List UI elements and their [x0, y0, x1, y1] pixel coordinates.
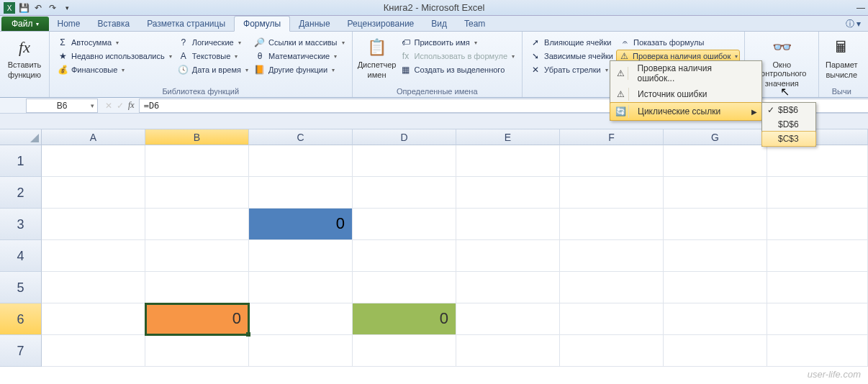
cell-H5[interactable]	[767, 272, 868, 303]
cell-C4[interactable]	[249, 240, 353, 272]
cell-F1[interactable]	[560, 145, 664, 177]
show-formulas-button[interactable]: 𝄐Показать формулы	[616, 36, 740, 49]
remove-arrows-button[interactable]: ✕Убрать стрелки▾	[527, 63, 616, 76]
excel-app-icon[interactable]: X	[3, 1, 16, 14]
tab-team[interactable]: Team	[456, 17, 494, 31]
minimize-icon[interactable]: —	[856, 3, 865, 13]
logical-button[interactable]: ?Логические▾	[175, 36, 251, 49]
tab-view[interactable]: Вид	[422, 17, 456, 31]
cell-G3[interactable]	[664, 209, 767, 240]
col-header-A[interactable]: A	[42, 129, 145, 145]
tab-page-layout[interactable]: Разметка страницы	[138, 17, 234, 31]
cell-D5[interactable]	[353, 272, 456, 303]
name-manager-button[interactable]: 📋 Диспетчер имен	[357, 33, 397, 86]
cell-C5[interactable]	[249, 272, 353, 303]
help-icon[interactable]: ⓘ ▾	[846, 18, 861, 30]
row-header-3[interactable]: 3	[0, 209, 42, 240]
qat-customize-icon[interactable]: ▾	[60, 1, 73, 14]
cell-H6[interactable]	[767, 303, 868, 335]
worksheet-grid[interactable]: A B C D E F G 1230456007	[0, 129, 868, 367]
text-button[interactable]: AТекстовые▾	[175, 50, 251, 63]
cell-G1[interactable]	[664, 145, 767, 177]
enter-icon[interactable]: ✓	[117, 101, 124, 111]
cell-H4[interactable]	[767, 240, 868, 272]
cell-F4[interactable]	[560, 240, 664, 272]
col-header-F[interactable]: F	[560, 129, 664, 145]
calculation-options-button[interactable]: 🖩 Парамет вычисле	[823, 33, 859, 86]
tab-insert[interactable]: Вставка	[89, 17, 139, 31]
tab-formulas[interactable]: Формулы	[234, 16, 290, 32]
trace-dependents-button[interactable]: ➘Зависимые ячейки	[527, 50, 616, 63]
circular-ref-item-0[interactable]: ✓ $B$6	[762, 103, 815, 117]
cell-G5[interactable]	[664, 272, 767, 303]
more-functions-button[interactable]: 📙Другие функции▾	[251, 63, 348, 76]
datetime-button[interactable]: 🕓Дата и время▾	[175, 63, 251, 76]
cell-B7[interactable]	[145, 335, 249, 367]
cell-H7[interactable]	[767, 335, 868, 367]
cell-G6[interactable]	[664, 303, 767, 335]
row-header-4[interactable]: 4	[0, 240, 42, 272]
cell-D6[interactable]: 0	[353, 303, 456, 335]
cell-F3[interactable]	[560, 209, 664, 240]
cell-A5[interactable]	[42, 272, 145, 303]
menu-item-error-check[interactable]: ⚠ Проверка наличия ошибок...	[610, 61, 761, 86]
cell-H1[interactable]	[767, 145, 868, 177]
cell-G2[interactable]	[664, 177, 767, 209]
file-tab[interactable]: Файл▾	[1, 17, 49, 31]
cell-E3[interactable]	[456, 209, 560, 240]
cell-F7[interactable]	[560, 335, 664, 367]
circular-ref-item-1[interactable]: $D$6	[762, 117, 815, 132]
autosum-button[interactable]: ΣАвтосумма▾	[54, 36, 175, 49]
cell-A1[interactable]	[42, 145, 145, 177]
cell-B5[interactable]	[145, 272, 249, 303]
cell-H3[interactable]	[767, 209, 868, 240]
cell-C2[interactable]	[249, 177, 353, 209]
math-button[interactable]: θМатематические▾	[251, 50, 348, 63]
undo-icon[interactable]: ↶	[32, 1, 45, 14]
cell-G4[interactable]	[664, 240, 767, 272]
insert-function-button[interactable]: fx Вставить функцию	[4, 33, 45, 86]
cell-A6[interactable]	[42, 303, 145, 335]
cell-D2[interactable]	[353, 177, 456, 209]
row-header-1[interactable]: 1	[0, 145, 42, 177]
col-header-D[interactable]: D	[353, 129, 456, 145]
cell-D7[interactable]	[353, 335, 456, 367]
cell-E6[interactable]	[456, 303, 560, 335]
col-header-B[interactable]: B	[145, 129, 249, 145]
menu-item-circular-refs[interactable]: 🔄 Циклические ссылки ▶ ✓ $B$6 $D$6 $C$3	[610, 102, 762, 121]
row-header-2[interactable]: 2	[0, 177, 42, 209]
cell-E1[interactable]	[456, 145, 560, 177]
cell-B4[interactable]	[145, 240, 249, 272]
cell-C7[interactable]	[249, 335, 353, 367]
cell-B6[interactable]: 0	[145, 303, 249, 335]
cell-D3[interactable]	[353, 209, 456, 240]
cell-A3[interactable]	[42, 209, 145, 240]
cell-D1[interactable]	[353, 145, 456, 177]
col-header-C[interactable]: C	[249, 129, 353, 145]
recently-used-button[interactable]: ★Недавно использовались▾	[54, 50, 175, 63]
cell-G7[interactable]	[664, 335, 767, 367]
cell-E5[interactable]	[456, 272, 560, 303]
save-icon[interactable]: 💾	[17, 1, 30, 14]
col-header-E[interactable]: E	[456, 129, 560, 145]
menu-item-trace-error[interactable]: ⚠ Источник ошибки	[610, 86, 761, 103]
row-header-6[interactable]: 6	[0, 303, 42, 335]
financial-button[interactable]: 💰Финансовые▾	[54, 63, 175, 76]
cell-C6[interactable]	[249, 303, 353, 335]
name-box[interactable]: B6	[26, 99, 98, 113]
cell-E4[interactable]	[456, 240, 560, 272]
cell-F5[interactable]	[560, 272, 664, 303]
fx-icon[interactable]: fx	[128, 100, 135, 111]
cell-C3[interactable]: 0	[249, 209, 353, 240]
fill-handle[interactable]	[246, 332, 250, 337]
cell-E7[interactable]	[456, 335, 560, 367]
select-all-corner[interactable]	[0, 129, 42, 145]
cell-H2[interactable]	[767, 177, 868, 209]
cell-B3[interactable]	[145, 209, 249, 240]
row-header-7[interactable]: 7	[0, 335, 42, 367]
trace-precedents-button[interactable]: ➚Влияющие ячейки	[527, 36, 616, 49]
circular-ref-item-2[interactable]: $C$3	[761, 131, 816, 147]
cell-A7[interactable]	[42, 335, 145, 367]
cell-B2[interactable]	[145, 177, 249, 209]
define-name-button[interactable]: 🏷Присвоить имя▾	[397, 36, 518, 49]
